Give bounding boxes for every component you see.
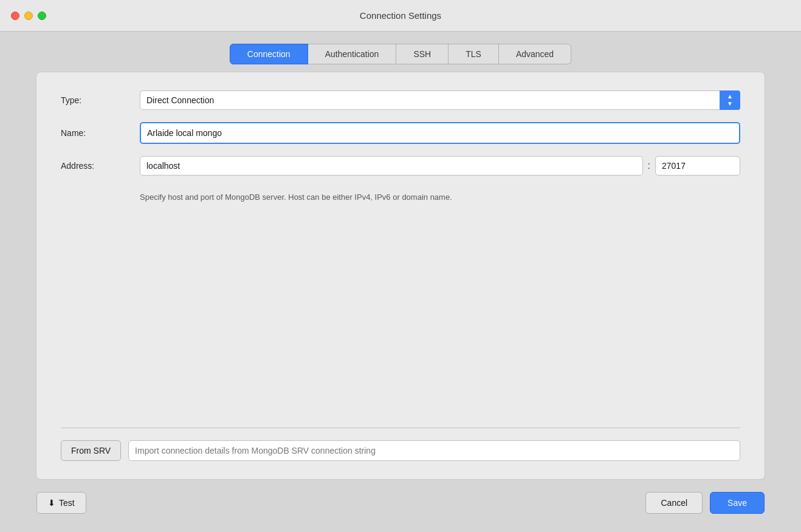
tab-connection[interactable]: Connection xyxy=(230,44,308,64)
close-button[interactable] xyxy=(11,12,19,20)
address-port-input[interactable] xyxy=(655,156,740,176)
type-select-wrapper: Direct Connection ▲ ▼ xyxy=(140,90,740,110)
name-input[interactable] xyxy=(140,122,740,144)
address-row: Address: : xyxy=(61,156,740,176)
minimize-button[interactable] xyxy=(24,12,33,20)
cancel-button[interactable]: Cancel xyxy=(645,492,703,514)
save-button[interactable]: Save xyxy=(710,492,765,514)
srv-row: From SRV xyxy=(61,440,740,461)
test-button[interactable]: ⬇ Test xyxy=(36,492,86,514)
address-label: Address: xyxy=(61,161,140,171)
window-title: Connection Settings xyxy=(360,10,441,21)
connection-panel: Type: Direct Connection ▲ ▼ Name: xyxy=(36,72,765,480)
test-button-label: Test xyxy=(59,498,75,508)
address-colon: : xyxy=(648,160,650,171)
type-label: Type: xyxy=(61,95,140,105)
name-label: Name: xyxy=(61,128,140,138)
maximize-button[interactable] xyxy=(38,12,46,20)
tab-bar: Connection Authentication SSH TLS Advanc… xyxy=(230,44,571,64)
from-srv-button[interactable]: From SRV xyxy=(61,440,121,461)
tab-advanced[interactable]: Advanced xyxy=(499,44,571,64)
address-hint: Specify host and port of MongoDB server.… xyxy=(140,191,740,203)
srv-input[interactable] xyxy=(128,440,740,461)
window-controls xyxy=(11,12,46,20)
type-select[interactable]: Direct Connection xyxy=(140,90,740,110)
divider xyxy=(61,428,740,428)
test-icon: ⬇ xyxy=(48,498,55,508)
name-row: Name: xyxy=(61,122,740,144)
spacer xyxy=(61,203,740,416)
address-host-input[interactable] xyxy=(140,156,643,176)
tab-ssh[interactable]: SSH xyxy=(396,44,449,64)
tab-tls[interactable]: TLS xyxy=(449,44,499,64)
main-content: Connection Authentication SSH TLS Advanc… xyxy=(0,32,801,532)
title-bar: Connection Settings xyxy=(0,0,801,32)
tab-authentication[interactable]: Authentication xyxy=(308,44,397,64)
bottom-right-buttons: Cancel Save xyxy=(645,492,765,514)
type-row: Type: Direct Connection ▲ ▼ xyxy=(61,90,740,110)
bottom-bar: ⬇ Test Cancel Save xyxy=(18,480,783,514)
